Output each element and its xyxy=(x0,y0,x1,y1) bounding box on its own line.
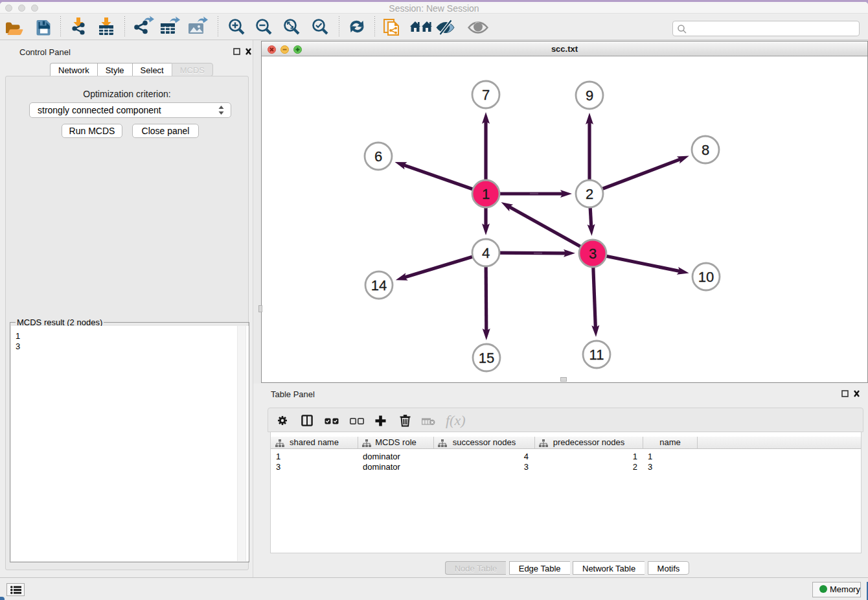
svg-text:4: 4 xyxy=(482,245,490,261)
svg-text:6: 6 xyxy=(374,148,382,165)
svg-text:10: 10 xyxy=(698,269,714,285)
svg-text:8: 8 xyxy=(702,142,709,158)
svg-text:2: 2 xyxy=(586,186,593,202)
svg-text:7: 7 xyxy=(482,87,490,103)
svg-text:3: 3 xyxy=(589,246,597,262)
svg-text:11: 11 xyxy=(589,347,604,363)
svg-text:15: 15 xyxy=(479,350,494,366)
svg-text:1: 1 xyxy=(482,186,490,202)
svg-text:9: 9 xyxy=(586,87,593,104)
svg-text:14: 14 xyxy=(371,277,387,294)
